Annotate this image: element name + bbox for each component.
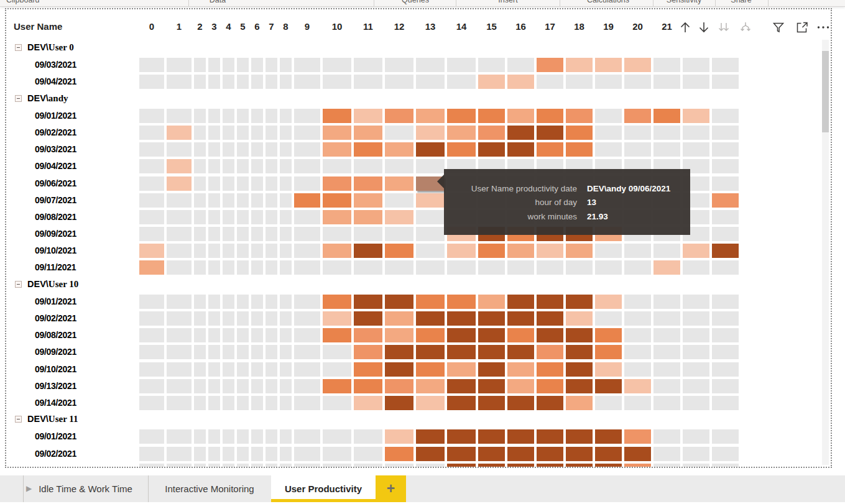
heatmap-cell[interactable] — [683, 362, 709, 377]
heatmap-cell[interactable] — [354, 75, 382, 89]
heatmap-cell[interactable] — [653, 244, 680, 258]
date-label[interactable]: 09/02/2021 — [35, 313, 76, 323]
heatmap-cell[interactable] — [167, 227, 192, 241]
heatmap-cell[interactable] — [385, 75, 413, 89]
heatmap-cell[interactable] — [194, 345, 206, 359]
heatmap-cell[interactable] — [447, 109, 476, 123]
heatmap-cell[interactable] — [566, 58, 593, 72]
heatmap-cell[interactable] — [294, 75, 320, 89]
heatmap-cell[interactable] — [266, 362, 277, 377]
heatmap-cell[interactable] — [507, 429, 534, 444]
heatmap-cell[interactable] — [712, 126, 739, 140]
heatmap-cell[interactable] — [416, 210, 445, 224]
heatmap-cell[interactable] — [167, 328, 192, 342]
heatmap-cell[interactable] — [416, 429, 445, 444]
heatmap-cell[interactable] — [294, 142, 320, 157]
heatmap-cell[interactable] — [194, 210, 206, 224]
heatmap-cell[interactable] — [251, 328, 263, 342]
heatmap-cell[interactable] — [712, 244, 739, 258]
heatmap-cell[interactable] — [323, 295, 351, 309]
heatmap-cell[interactable] — [566, 362, 593, 377]
heatmap-cell[interactable] — [566, 295, 593, 309]
heatmap-cell[interactable] — [507, 362, 534, 377]
heatmap-cell[interactable] — [266, 58, 277, 72]
page-tab-interactive-monitoring[interactable]: Interactive Monitoring — [148, 475, 271, 502]
heatmap-cell[interactable] — [478, 447, 505, 461]
heatmap-cell[interactable] — [323, 396, 351, 410]
heatmap-cell[interactable] — [416, 126, 445, 140]
heatmap-cell[interactable] — [280, 396, 292, 410]
heatmap-cell[interactable] — [167, 362, 192, 377]
heatmap-cell[interactable] — [139, 244, 164, 258]
heatmap-cell[interactable] — [266, 109, 277, 123]
heatmap-cell[interactable] — [167, 379, 192, 393]
heatmap-cell[interactable] — [294, 193, 320, 208]
heatmap-cell[interactable] — [507, 295, 534, 309]
heatmap-cell[interactable] — [237, 311, 249, 326]
heatmap-cell[interactable] — [223, 210, 234, 224]
heatmap-cell[interactable] — [223, 396, 234, 410]
heatmap-cell[interactable] — [385, 311, 413, 326]
heatmap-cell[interactable] — [139, 379, 164, 393]
heatmap-cell[interactable] — [416, 362, 445, 377]
vertical-scrollbar[interactable] — [822, 40, 829, 465]
heatmap-cell[interactable] — [237, 227, 249, 241]
heatmap-cell[interactable] — [507, 126, 534, 140]
heatmap-cell[interactable] — [208, 58, 220, 72]
heatmap-cell[interactable] — [208, 159, 220, 173]
heatmap-cell[interactable] — [447, 447, 476, 461]
heatmap-cell[interactable] — [194, 379, 206, 393]
heatmap-cell[interactable] — [223, 260, 234, 275]
heatmap-cell[interactable] — [416, 396, 445, 410]
heatmap-cell[interactable] — [385, 447, 413, 461]
heatmap-cell[interactable] — [624, 295, 651, 309]
heatmap-cell[interactable] — [507, 464, 534, 468]
heatmap-cell[interactable] — [416, 142, 445, 157]
heatmap-cell[interactable] — [537, 311, 563, 326]
heatmap-cell[interactable] — [251, 126, 263, 140]
heatmap-cell[interactable] — [294, 295, 320, 309]
date-label[interactable]: 09/09/2021 — [35, 229, 76, 239]
heatmap-cell[interactable] — [194, 142, 206, 157]
heatmap-cell[interactable] — [280, 126, 292, 140]
heatmap-cell[interactable] — [208, 429, 220, 444]
heatmap-cell[interactable] — [354, 176, 382, 191]
heatmap-cell[interactable] — [478, 311, 505, 326]
heatmap-cell[interactable] — [323, 75, 351, 89]
heatmap-cell[interactable] — [653, 142, 680, 157]
expand-all-down-icon[interactable] — [738, 20, 753, 35]
heatmap-cell[interactable] — [683, 126, 709, 140]
heatmap-cell[interactable] — [208, 75, 220, 89]
heatmap-cell[interactable] — [416, 159, 445, 173]
heatmap-cell[interactable] — [385, 227, 413, 241]
heatmap-cell[interactable] — [167, 311, 192, 326]
heatmap-cell[interactable] — [595, 345, 622, 359]
heatmap-cell[interactable] — [208, 447, 220, 461]
heatmap-cell[interactable] — [266, 311, 277, 326]
group-header-row[interactable]: DEV\andy — [6, 91, 831, 108]
heatmap-cell[interactable] — [537, 396, 563, 410]
heatmap-cell[interactable] — [653, 75, 680, 89]
heatmap-cell[interactable] — [416, 345, 445, 359]
heatmap-cell[interactable] — [280, 362, 292, 377]
heatmap-cell[interactable] — [566, 142, 593, 157]
heatmap-cell[interactable] — [294, 244, 320, 258]
heatmap-cell[interactable] — [566, 345, 593, 359]
group-label[interactable]: DEV\User 10 — [27, 279, 78, 290]
heatmap-cell[interactable] — [280, 227, 292, 241]
heatmap-cell[interactable] — [537, 126, 563, 140]
date-label[interactable]: 09/02/2021 — [35, 127, 76, 137]
heatmap-cell[interactable] — [624, 345, 651, 359]
heatmap-cell[interactable] — [354, 109, 382, 123]
heatmap-cell[interactable] — [294, 176, 320, 191]
group-header-row[interactable]: DEV\User 11 — [6, 411, 831, 428]
heatmap-cell[interactable] — [251, 142, 263, 157]
heatmap-cell[interactable] — [139, 311, 164, 326]
heatmap-cell[interactable] — [712, 176, 739, 191]
heatmap-cell[interactable] — [478, 362, 505, 377]
heatmap-cell[interactable] — [237, 210, 249, 224]
heatmap-cell[interactable] — [478, 379, 505, 393]
heatmap-cell[interactable] — [595, 260, 622, 275]
heatmap-cell[interactable] — [208, 244, 220, 258]
heatmap-cell[interactable] — [478, 244, 505, 258]
